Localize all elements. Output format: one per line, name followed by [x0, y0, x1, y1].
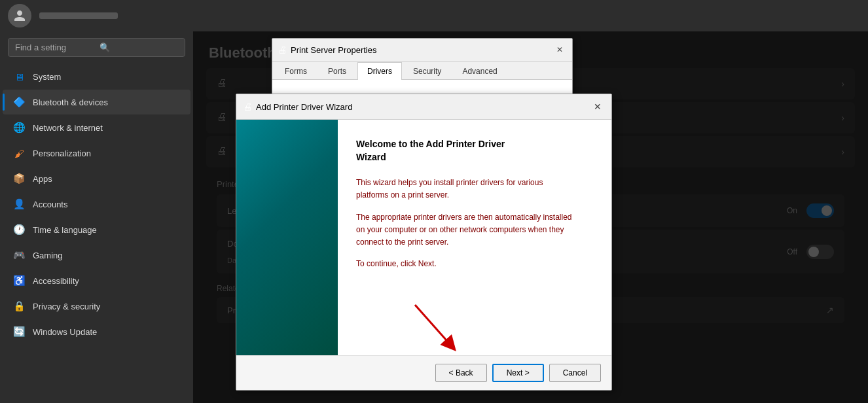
wizard-dialog: 🖨 Add Printer Driver Wizard ✕ Welcome to… — [236, 94, 612, 391]
wizard-title-left: 🖨 Add Printer Driver Wizard — [243, 101, 352, 112]
privacy-icon: 🔒 — [13, 300, 25, 312]
tab-advanced[interactable]: Advanced — [452, 62, 507, 80]
sidebar-item-label: System — [33, 72, 61, 82]
sidebar-item-label: Accounts — [33, 200, 67, 209]
sidebar-item-apps[interactable]: 📦 Apps — [3, 166, 190, 191]
windows-update-icon: 🔄 — [13, 326, 25, 338]
sidebar-item-label: Windows Update — [33, 327, 97, 337]
wizard-text3: To continue, click Next. — [356, 258, 593, 270]
accounts-icon: 👤 — [13, 198, 25, 210]
sidebar-item-label: Time & language — [33, 225, 97, 235]
accessibility-icon: ♿ — [13, 275, 25, 287]
wizard-title: Add Printer Driver Wizard — [256, 102, 352, 112]
sidebar-item-time[interactable]: 🕐 Time & language — [3, 217, 190, 242]
wizard-text2: The appropriate printer drivers are then… — [356, 211, 593, 249]
tab-ports[interactable]: Ports — [318, 62, 356, 80]
tab-forms[interactable]: Forms — [275, 62, 317, 80]
sidebar-item-windows-update[interactable]: 🔄 Windows Update — [3, 319, 190, 344]
sidebar-item-label: Apps — [33, 174, 52, 184]
sidebar-item-label: Privacy & security — [33, 302, 100, 311]
bluetooth-icon: 🔷 — [13, 96, 25, 108]
wizard-next-button[interactable]: Next > — [492, 364, 544, 382]
tab-security[interactable]: Security — [403, 62, 451, 80]
wizard-back-button[interactable]: < Back — [435, 364, 487, 382]
time-icon: 🕐 — [13, 224, 25, 236]
print-server-icon: 🖨 — [278, 44, 287, 55]
apps-icon: 📦 — [13, 173, 25, 184]
sidebar-item-privacy[interactable]: 🔒 Privacy & security — [3, 294, 190, 319]
sidebar-item-network[interactable]: 🌐 Network & internet — [3, 115, 190, 140]
wizard-footer: < Back Next > Cancel — [236, 355, 611, 390]
print-server-tabs: Forms Ports Drivers Security Advanced — [272, 61, 572, 80]
sidebar-item-bluetooth[interactable]: 🔷 Bluetooth & devices — [3, 90, 190, 114]
network-icon: 🌐 — [13, 122, 25, 133]
sidebar-item-system[interactable]: 🖥 System — [3, 64, 190, 89]
search-box[interactable]: Find a setting 🔍 — [8, 38, 185, 57]
content-area: Bluetooth & devices > Printers &... 🖨 › … — [193, 31, 868, 403]
wizard-close-button[interactable]: ✕ — [590, 99, 605, 114]
print-server-title: Print Server Properties — [291, 45, 377, 55]
wizard-titlebar: 🖨 Add Printer Driver Wizard ✕ — [236, 94, 611, 120]
sidebar-item-gaming[interactable]: 🎮 Gaming — [3, 243, 190, 268]
sidebar-item-accessibility[interactable]: ♿ Accessibility — [3, 268, 190, 293]
wizard-text1: This wizard helps you install printer dr… — [356, 177, 593, 202]
print-server-titlebar: 🖨 Print Server Properties ✕ — [272, 39, 572, 61]
search-icon: 🔍 — [99, 43, 179, 52]
print-server-title-left: 🖨 Print Server Properties — [278, 44, 377, 55]
sidebar-item-label: Accessibility — [33, 276, 79, 286]
gaming-icon: 🎮 — [13, 249, 25, 261]
tab-drivers[interactable]: Drivers — [357, 62, 402, 80]
sidebar-item-label: Gaming — [33, 251, 63, 260]
sidebar-nav: 🖥 System 🔷 Bluetooth & devices 🌐 Network… — [0, 63, 193, 403]
search-placeholder: Find a setting — [15, 43, 94, 52]
print-server-close-button[interactable]: ✕ — [552, 43, 567, 57]
sidebar-item-personalization[interactable]: 🖌 Personalization — [3, 141, 190, 166]
avatar — [8, 4, 31, 27]
sidebar: Find a setting 🔍 🖥 System 🔷 Bluetooth & … — [0, 31, 193, 403]
main-layout: Find a setting 🔍 🖥 System 🔷 Bluetooth & … — [0, 31, 868, 403]
sidebar-item-accounts[interactable]: 👤 Accounts — [3, 192, 190, 217]
sidebar-item-label: Network & internet — [33, 123, 103, 133]
wizard-content: Welcome to the Add Printer DriverWizard … — [338, 120, 611, 355]
topbar — [0, 0, 868, 31]
sidebar-item-label: Bluetooth & devices — [33, 97, 108, 107]
sidebar-item-label: Personalization — [33, 149, 91, 158]
wizard-left-panel — [236, 120, 338, 355]
wizard-heading: Welcome to the Add Printer DriverWizard — [356, 138, 593, 164]
personalization-icon: 🖌 — [13, 147, 25, 159]
wizard-cancel-button[interactable]: Cancel — [549, 364, 601, 382]
system-icon: 🖥 — [13, 71, 25, 82]
user-name — [39, 12, 118, 19]
wizard-body: Welcome to the Add Printer DriverWizard … — [236, 120, 611, 355]
wizard-icon: 🖨 — [243, 101, 252, 112]
